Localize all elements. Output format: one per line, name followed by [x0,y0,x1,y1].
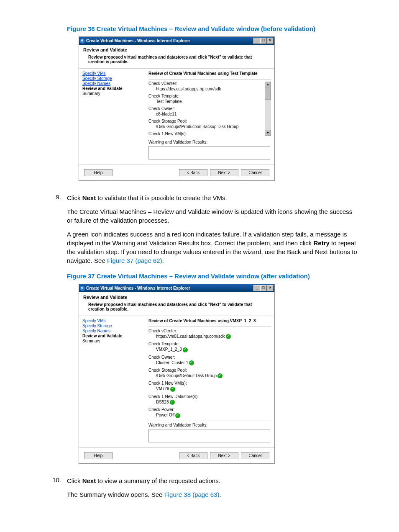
nav-specify-vms[interactable]: Specify VMs [82,319,145,323]
success-icon [175,413,180,418]
minimize-icon[interactable]: _ [253,285,260,291]
check-value: Cluster: Cluster 1 [156,360,188,365]
help-button[interactable]: Help [84,452,113,459]
scroll-down-icon[interactable]: ▼ [265,130,271,136]
ie-icon [80,39,85,44]
maximize-icon[interactable]: □ [260,38,267,44]
next-button[interactable]: Next > [210,169,238,176]
screenshot-before-validation: Create Virtual Machines - Windows Intern… [79,36,275,181]
step-text: The Create Virtual Machines – Review and… [67,207,358,225]
back-button[interactable]: < Back [179,169,207,176]
figure-36-title: Figure 36 Create Virtual Machines – Revi… [67,25,358,32]
wizard-nav: Specify VMs Specify Storage Specify Name… [79,316,148,447]
nav-specify-names[interactable]: Specify Names [82,81,145,86]
check-label: Check Power: [148,407,270,412]
success-icon [217,373,223,378]
nav-summary: Summary [82,91,145,96]
next-label: Next [82,477,96,484]
check-value: DS523 [156,400,169,404]
dialog-heading: Review and Validate [79,292,274,301]
nav-review-validate: Review and Validate [82,334,145,338]
warning-results-box [148,429,270,442]
warning-results-label: Warning and Validation Results: [148,138,271,144]
check-label: Check 1 New VM(s): [148,381,270,386]
check-label: Check Storage Pool: [148,368,270,373]
nav-specify-vms[interactable]: Specify VMs [82,71,145,76]
check-label: Check 1 New VM(s): [148,131,263,136]
warning-results-box [148,146,270,159]
next-button[interactable]: Next > [210,452,238,459]
success-icon [183,347,188,352]
check-label: Check 1 New Datastore(s): [148,394,270,399]
check-label: Check vCenter: [148,81,263,86]
figure-37-title: Figure 37 Create Virtual Machines – Revi… [67,272,358,280]
check-label: Check Template: [148,94,263,98]
screenshot-after-validation: Create Virtual Machines - Windows Intern… [79,284,275,464]
retry-label: Retry [313,239,329,247]
dialog-description: Review proposed virtual machines and dat… [79,53,274,68]
check-value: VM729 [156,386,169,391]
nav-specify-storage[interactable]: Specify Storage [82,324,145,328]
next-label: Next [82,194,96,201]
check-value: Test Template [156,99,263,104]
nav-specify-storage[interactable]: Specify Storage [82,76,145,81]
nav-summary: Summary [82,339,145,343]
close-icon[interactable]: × [267,285,274,291]
window-title: Create Virtual Machines - Windows Intern… [86,286,190,290]
close-icon[interactable]: × [267,38,274,44]
check-value: c8-blade11 [156,112,263,116]
check-label: Check vCenter: [148,329,270,333]
check-label: Check Owner: [148,106,263,111]
scroll-up-icon[interactable]: ▲ [265,81,271,87]
window-titlebar: Create Virtual Machines - Windows Intern… [79,37,274,45]
review-title: Review of Create Virtual Machines using … [148,71,271,76]
check-value: https://dev.casl.adapps.hp.com/sdk [156,87,263,91]
cancel-button[interactable]: Cancel [241,169,269,176]
window-titlebar: Create Virtual Machines - Windows Intern… [79,284,274,292]
help-button[interactable]: Help [84,169,113,176]
check-label: Check Template: [148,342,270,346]
ie-icon [80,286,85,291]
maximize-icon[interactable]: □ [260,285,267,291]
success-icon [170,400,175,405]
nav-review-validate: Review and Validate [82,86,145,91]
minimize-icon[interactable]: _ [253,38,260,44]
check-value: Power Off [156,413,174,417]
check-value: \Disk Groups\Production Backup Disk Grou… [156,124,263,129]
success-icon [226,334,231,339]
check-label: Check Storage Pool: [148,119,263,123]
check-value: \Disk Groups\Default Disk Group [156,373,217,378]
window-title: Create Virtual Machines - Windows Intern… [86,39,190,43]
step-number: 10. [41,476,67,504]
step-number: 9. [41,193,67,270]
wizard-nav: Specify VMs Specify Storage Specify Name… [79,69,148,164]
warning-results-label: Warning and Validation Results: [148,421,271,427]
check-label: Check Owner: [148,355,270,360]
figure-38-link[interactable]: Figure 38 (page 63) [164,491,220,498]
back-button[interactable]: < Back [179,452,207,459]
success-icon [189,360,194,365]
review-title: Review of Create Virtual Machines using … [148,319,271,323]
nav-specify-names[interactable]: Specify Names [82,329,145,333]
scroll-thumb[interactable] [265,87,271,100]
cancel-button[interactable]: Cancel [241,452,269,459]
check-value: VMXP_1_2_3 [156,347,182,352]
success-icon [170,387,175,392]
figure-37-link[interactable]: Figure 37 (page 62) [107,257,162,264]
scrollbar[interactable]: ▲ ▼ [265,81,271,136]
dialog-heading: Review and Validate [79,45,274,53]
dialog-description: Review proposed virtual machines and dat… [79,301,274,316]
check-value: https://vm01.casl.adapps.hp.com/sdk [156,334,225,339]
